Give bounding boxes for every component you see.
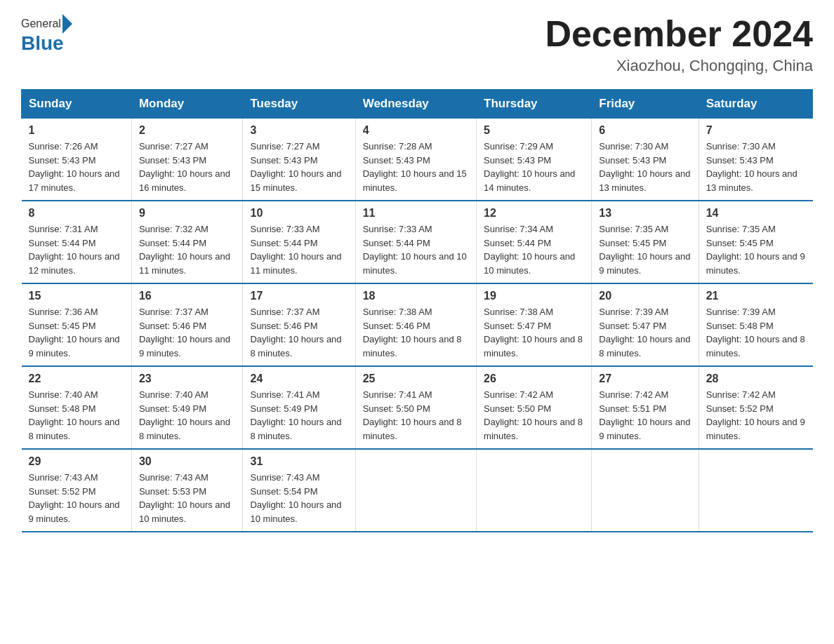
day-number: 25	[363, 373, 469, 385]
day-info: Sunrise: 7:37 AMSunset: 5:46 PMDaylight:…	[250, 305, 348, 360]
day-number: 23	[139, 373, 236, 385]
day-info: Sunrise: 7:26 AMSunset: 5:43 PMDaylight:…	[29, 140, 124, 194]
header-row: SundayMondayTuesdayWednesdayThursdayFrid…	[22, 90, 813, 119]
day-cell: 4Sunrise: 7:28 AMSunset: 5:43 PMDaylight…	[355, 119, 476, 201]
day-number: 14	[706, 207, 806, 220]
day-cell: 13Sunrise: 7:35 AMSunset: 5:45 PMDayligh…	[592, 201, 699, 283]
day-number: 31	[250, 455, 348, 468]
day-number: 28	[706, 373, 806, 385]
day-info: Sunrise: 7:38 AMSunset: 5:47 PMDaylight:…	[484, 305, 584, 360]
day-number: 11	[363, 207, 469, 220]
header-sunday: Sunday	[22, 90, 132, 119]
page-header: General Blue December 2024 Xiaozhou, Cho…	[21, 14, 813, 75]
title-section: December 2024 Xiaozhou, Chongqing, China	[545, 14, 813, 75]
day-info: Sunrise: 7:27 AMSunset: 5:43 PMDaylight:…	[139, 140, 236, 194]
day-cell: 25Sunrise: 7:41 AMSunset: 5:50 PMDayligh…	[355, 366, 476, 449]
day-cell: 2Sunrise: 7:27 AMSunset: 5:43 PMDaylight…	[131, 119, 243, 201]
day-number: 5	[484, 124, 584, 137]
day-cell: 5Sunrise: 7:29 AMSunset: 5:43 PMDaylight…	[477, 119, 592, 201]
day-info: Sunrise: 7:41 AMSunset: 5:50 PMDaylight:…	[363, 388, 469, 443]
day-info: Sunrise: 7:40 AMSunset: 5:48 PMDaylight:…	[29, 388, 124, 443]
header-wednesday: Wednesday	[355, 90, 476, 119]
day-cell: 14Sunrise: 7:35 AMSunset: 5:45 PMDayligh…	[699, 201, 812, 283]
month-title: December 2024	[545, 14, 813, 54]
day-number: 9	[139, 207, 236, 220]
logo-general-text: General	[21, 18, 61, 30]
day-cell	[699, 449, 812, 532]
logo-blue-text: Blue	[21, 34, 64, 53]
day-number: 29	[29, 455, 124, 468]
day-cell: 31Sunrise: 7:43 AMSunset: 5:54 PMDayligh…	[243, 449, 355, 532]
day-cell: 21Sunrise: 7:39 AMSunset: 5:48 PMDayligh…	[699, 283, 812, 366]
day-cell: 16Sunrise: 7:37 AMSunset: 5:46 PMDayligh…	[131, 283, 243, 366]
day-number: 22	[29, 373, 124, 385]
day-cell: 19Sunrise: 7:38 AMSunset: 5:47 PMDayligh…	[477, 283, 592, 366]
day-cell: 12Sunrise: 7:34 AMSunset: 5:44 PMDayligh…	[477, 201, 592, 283]
day-number: 17	[250, 290, 348, 302]
day-cell: 18Sunrise: 7:38 AMSunset: 5:46 PMDayligh…	[355, 283, 476, 366]
day-cell	[355, 449, 476, 532]
day-cell: 28Sunrise: 7:42 AMSunset: 5:52 PMDayligh…	[699, 366, 812, 449]
day-number: 24	[250, 373, 348, 385]
day-number: 20	[599, 290, 691, 302]
day-cell: 30Sunrise: 7:43 AMSunset: 5:53 PMDayligh…	[131, 449, 243, 532]
day-number: 18	[363, 290, 469, 302]
day-number: 10	[250, 207, 348, 220]
day-number: 4	[363, 124, 469, 137]
day-info: Sunrise: 7:39 AMSunset: 5:48 PMDaylight:…	[706, 305, 806, 360]
day-info: Sunrise: 7:33 AMSunset: 5:44 PMDaylight:…	[250, 222, 348, 277]
header-saturday: Saturday	[699, 90, 812, 119]
header-friday: Friday	[592, 90, 699, 119]
header-tuesday: Tuesday	[243, 90, 355, 119]
day-cell: 27Sunrise: 7:42 AMSunset: 5:51 PMDayligh…	[592, 366, 699, 449]
day-number: 1	[29, 124, 124, 137]
day-cell: 1Sunrise: 7:26 AMSunset: 5:43 PMDaylight…	[22, 119, 132, 201]
day-cell: 11Sunrise: 7:33 AMSunset: 5:44 PMDayligh…	[355, 201, 476, 283]
week-row-3: 15Sunrise: 7:36 AMSunset: 5:45 PMDayligh…	[22, 283, 813, 366]
day-info: Sunrise: 7:41 AMSunset: 5:49 PMDaylight:…	[250, 388, 348, 443]
week-row-5: 29Sunrise: 7:43 AMSunset: 5:52 PMDayligh…	[22, 449, 813, 532]
day-number: 30	[139, 455, 236, 468]
week-row-4: 22Sunrise: 7:40 AMSunset: 5:48 PMDayligh…	[22, 366, 813, 449]
day-info: Sunrise: 7:43 AMSunset: 5:54 PMDaylight:…	[250, 471, 348, 525]
day-number: 26	[484, 373, 584, 385]
day-cell: 15Sunrise: 7:36 AMSunset: 5:45 PMDayligh…	[22, 283, 132, 366]
day-number: 8	[29, 207, 124, 220]
day-number: 19	[484, 290, 584, 302]
day-info: Sunrise: 7:31 AMSunset: 5:44 PMDaylight:…	[29, 222, 124, 277]
day-info: Sunrise: 7:39 AMSunset: 5:47 PMDaylight:…	[599, 305, 691, 360]
header-thursday: Thursday	[477, 90, 592, 119]
day-number: 6	[599, 124, 691, 137]
logo-arrow-icon	[62, 14, 72, 34]
day-cell: 10Sunrise: 7:33 AMSunset: 5:44 PMDayligh…	[243, 201, 355, 283]
day-number: 21	[706, 290, 806, 302]
header-monday: Monday	[131, 90, 243, 119]
calendar-table: SundayMondayTuesdayWednesdayThursdayFrid…	[21, 89, 813, 532]
day-number: 15	[29, 290, 124, 302]
day-cell: 23Sunrise: 7:40 AMSunset: 5:49 PMDayligh…	[131, 366, 243, 449]
week-row-1: 1Sunrise: 7:26 AMSunset: 5:43 PMDaylight…	[22, 119, 813, 201]
day-cell: 26Sunrise: 7:42 AMSunset: 5:50 PMDayligh…	[477, 366, 592, 449]
day-info: Sunrise: 7:36 AMSunset: 5:45 PMDaylight:…	[29, 305, 124, 360]
day-cell: 29Sunrise: 7:43 AMSunset: 5:52 PMDayligh…	[22, 449, 132, 532]
day-cell: 3Sunrise: 7:27 AMSunset: 5:43 PMDaylight…	[243, 119, 355, 201]
day-cell: 9Sunrise: 7:32 AMSunset: 5:44 PMDaylight…	[131, 201, 243, 283]
day-number: 27	[599, 373, 691, 385]
logo: General Blue	[21, 14, 72, 53]
day-info: Sunrise: 7:29 AMSunset: 5:43 PMDaylight:…	[484, 140, 584, 194]
day-number: 3	[250, 124, 348, 137]
day-info: Sunrise: 7:28 AMSunset: 5:43 PMDaylight:…	[363, 140, 469, 194]
day-info: Sunrise: 7:32 AMSunset: 5:44 PMDaylight:…	[139, 222, 236, 277]
day-info: Sunrise: 7:42 AMSunset: 5:50 PMDaylight:…	[484, 388, 584, 443]
day-number: 7	[706, 124, 806, 137]
day-info: Sunrise: 7:35 AMSunset: 5:45 PMDaylight:…	[599, 222, 691, 277]
day-cell: 24Sunrise: 7:41 AMSunset: 5:49 PMDayligh…	[243, 366, 355, 449]
day-info: Sunrise: 7:38 AMSunset: 5:46 PMDaylight:…	[363, 305, 469, 360]
day-info: Sunrise: 7:34 AMSunset: 5:44 PMDaylight:…	[484, 222, 584, 277]
day-info: Sunrise: 7:37 AMSunset: 5:46 PMDaylight:…	[139, 305, 236, 360]
day-info: Sunrise: 7:42 AMSunset: 5:52 PMDaylight:…	[706, 388, 806, 443]
day-info: Sunrise: 7:30 AMSunset: 5:43 PMDaylight:…	[706, 140, 806, 194]
day-info: Sunrise: 7:27 AMSunset: 5:43 PMDaylight:…	[250, 140, 348, 194]
day-cell: 20Sunrise: 7:39 AMSunset: 5:47 PMDayligh…	[592, 283, 699, 366]
day-info: Sunrise: 7:42 AMSunset: 5:51 PMDaylight:…	[599, 388, 691, 443]
